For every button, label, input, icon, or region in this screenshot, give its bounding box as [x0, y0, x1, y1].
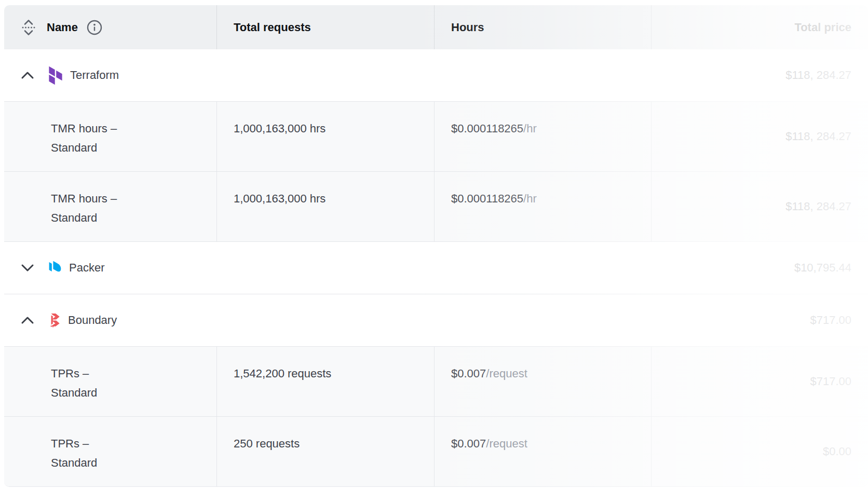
item-rate-cell: $0.000118265/hr: [434, 102, 651, 171]
item-name-cell: TMR hours – Standard: [4, 172, 216, 241]
item-total-price: $717.00: [651, 347, 868, 416]
item-rate-cell: $0.000118265/hr: [434, 172, 651, 241]
column-header-name-label: Name: [47, 21, 78, 34]
group-label: Boundary: [68, 314, 117, 327]
item-total-price: $118, 284.27: [651, 102, 868, 171]
group-row-packer: Packer $10,795.44: [4, 241, 868, 294]
packer-logo-icon: [48, 260, 62, 276]
item-rate: $0.000118265: [451, 192, 523, 205]
item-name-cell: TPRs – Standard: [4, 417, 216, 486]
group-total-price: $10,795.44: [651, 242, 868, 294]
item-name-line2: Standard: [51, 208, 200, 227]
table-header-row: Name Total requests Hours Total price: [4, 5, 868, 49]
column-header-hours: Hours: [434, 5, 651, 49]
item-rate-unit: /hr: [523, 122, 537, 135]
item-total-requests-cell: 1,000,163,000 hrs: [216, 172, 434, 241]
group-name-cell[interactable]: Boundary: [4, 294, 216, 346]
item-name-cell: TMR hours – Standard: [4, 102, 216, 171]
group-name-cell[interactable]: Terraform: [4, 49, 216, 101]
info-icon[interactable]: [86, 19, 103, 36]
group-label: Terraform: [70, 69, 119, 82]
terraform-logo-icon: [48, 66, 63, 85]
collapse-chevron-up-icon[interactable]: [21, 316, 34, 324]
item-name-line2: Standard: [51, 383, 200, 402]
item-total-price: $118, 284.27: [651, 172, 868, 241]
item-total-requests-cell: 250 requests: [216, 417, 434, 486]
column-header-total-price: Total price: [651, 5, 868, 49]
group-empty-cell: [434, 49, 651, 101]
column-header-total-requests: Total requests: [216, 5, 434, 49]
table-body: Terraform $118, 284.27 TMR hours – Stand…: [4, 49, 868, 486]
item-rate: $0.000118265: [451, 122, 523, 135]
item-name-line1: TMR hours –: [51, 189, 200, 208]
usage-pricing-table: Name Total requests Hours Total price: [4, 5, 868, 487]
collapse-chevron-up-icon[interactable]: [21, 71, 34, 79]
group-empty-cell: [216, 49, 434, 101]
item-name-line1: TPRs –: [51, 434, 200, 453]
item-rate-cell: $0.007/request: [434, 417, 651, 486]
item-name-line1: TPRs –: [51, 364, 200, 383]
item-name-line2: Standard: [51, 138, 200, 157]
group-empty-cell: [434, 294, 651, 346]
item-name-line1: TMR hours –: [51, 119, 200, 138]
item-row: TMR hours – Standard 1,000,163,000 hrs $…: [4, 171, 868, 241]
group-name-cell[interactable]: Packer: [4, 242, 216, 294]
item-rate-cell: $0.007/request: [434, 347, 651, 416]
group-label: Packer: [69, 261, 104, 275]
group-row-boundary: Boundary $717.00: [4, 294, 868, 346]
item-total-price: $0.00: [651, 417, 868, 486]
group-total-price: $118, 284.27: [651, 49, 868, 101]
item-rate: $0.007: [451, 437, 486, 450]
item-rate: $0.007: [451, 367, 486, 380]
expand-chevron-down-icon[interactable]: [21, 264, 34, 272]
item-total-requests-cell: 1,000,163,000 hrs: [216, 102, 434, 171]
item-total-requests-cell: 1,542,200 requests: [216, 347, 434, 416]
item-row: TPRs – Standard 250 requests $0.007/requ…: [4, 416, 868, 486]
item-row: TMR hours – Standard 1,000,163,000 hrs $…: [4, 101, 868, 171]
item-name-cell: TPRs – Standard: [4, 347, 216, 416]
item-rate-unit: /request: [486, 367, 527, 380]
group-empty-cell: [434, 242, 651, 294]
item-rate-unit: /hr: [523, 192, 537, 205]
group-empty-cell: [216, 294, 434, 346]
item-name-line2: Standard: [51, 453, 200, 472]
group-total-price: $717.00: [651, 294, 868, 346]
sort-reorder-icon[interactable]: [21, 18, 36, 37]
group-row-terraform: Terraform $118, 284.27: [4, 49, 868, 101]
item-row: TPRs – Standard 1,542,200 requests $0.00…: [4, 346, 868, 416]
item-rate-unit: /request: [486, 437, 527, 450]
column-header-name: Name: [4, 5, 216, 49]
group-empty-cell: [216, 242, 434, 294]
boundary-logo-icon: [48, 313, 61, 328]
